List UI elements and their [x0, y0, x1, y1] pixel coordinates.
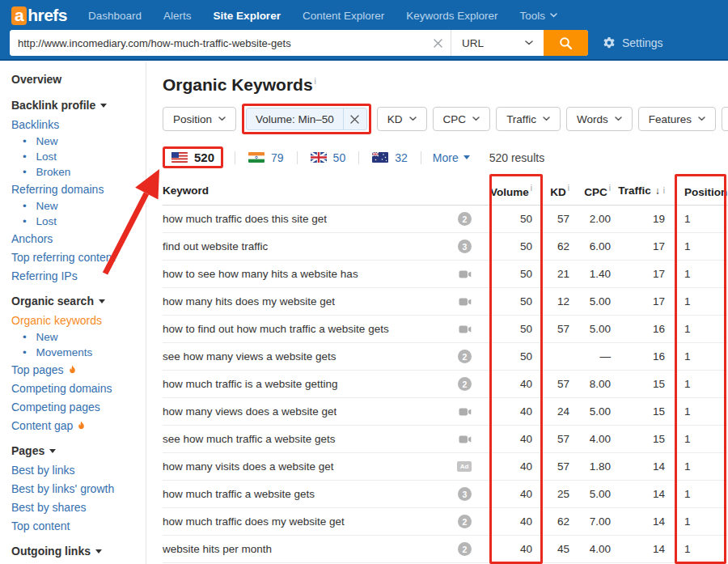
sidebar-item[interactable]: Outgoing links — [11, 541, 146, 561]
sidebar-item[interactable]: Backlink profile — [11, 95, 146, 115]
sidebar-item[interactable]: Pages — [11, 441, 146, 460]
table-row[interactable]: see how much traffic a website gets 40 5… — [163, 426, 728, 453]
sidebar-item[interactable]: Top pages — [11, 360, 146, 379]
col-header-keyword[interactable]: Keyword — [163, 184, 489, 197]
position-cell: 1 — [665, 350, 728, 363]
table-row[interactable]: how much traffic does my website get 2 4… — [163, 508, 728, 536]
clear-input-icon[interactable] — [425, 30, 451, 56]
sidebar-item[interactable]: Top referring content — [11, 248, 146, 266]
sidebar-item[interactable]: Lost — [11, 214, 146, 229]
sidebar-item[interactable]: Organic keywords — [11, 311, 146, 329]
sidebar-item[interactable]: Lost — [11, 149, 146, 164]
sidebar-item[interactable]: Competing domains — [11, 379, 146, 397]
country-tab-au[interactable]: 32 — [367, 151, 413, 164]
sidebar-item[interactable]: Top content — [11, 516, 146, 535]
keyword-cell[interactable]: how much traffic a website gets — [163, 488, 315, 500]
nav-item[interactable]: Tools — [520, 10, 558, 22]
nav-item[interactable]: Alerts — [163, 10, 192, 22]
sidebar-item[interactable]: Organic search — [11, 291, 146, 311]
nav-item[interactable]: Site Explorer — [214, 10, 281, 22]
country-tab-in[interactable]: 79 — [243, 151, 289, 164]
kd-cell: 45 — [544, 543, 569, 555]
nav-item[interactable]: Keywords Explorer — [406, 10, 497, 22]
search-in-results-input[interactable] — [722, 107, 728, 131]
country-tab-us[interactable]: 520 — [167, 151, 219, 164]
keywords-table: Keyword Volumei KDi CPCi Traffic↓i Posit… — [163, 176, 728, 563]
filter-dropdown-button[interactable]: Words — [566, 107, 633, 131]
sidebar-item[interactable]: Backlinks — [11, 115, 146, 134]
traffic-cell: 16 — [611, 323, 665, 335]
caret-down-icon — [95, 549, 102, 553]
sidebar-item[interactable]: Broken — [11, 164, 146, 180]
col-header-volume[interactable]: Volumei — [489, 184, 544, 198]
table-row[interactable]: how much traffic does this site get 2 50… — [163, 206, 728, 233]
search-button[interactable] — [544, 30, 588, 56]
table-row[interactable]: how much traffic is a website getting 2 … — [163, 371, 728, 398]
filter-dropdown-button[interactable]: KD — [377, 107, 427, 131]
col-header-cpc[interactable]: CPCi — [569, 184, 611, 198]
position-filter-button[interactable]: Position — [163, 107, 236, 131]
keyword-cell[interactable]: how much traffic is a website getting — [163, 378, 338, 390]
filter-dropdown-button[interactable]: Features — [638, 107, 716, 131]
country-tabs: 520 79 50 32 More 520 resu — [163, 143, 728, 172]
keyword-cell[interactable]: see how many views a website gets — [163, 350, 336, 363]
position-cell: 1 — [665, 488, 728, 500]
keyword-cell[interactable]: find out website traffic — [163, 240, 268, 252]
nav-item[interactable]: Dashboard — [88, 10, 142, 22]
table-row[interactable]: find out website traffic 3 50 62 6.00 17… — [163, 233, 728, 261]
table-row[interactable]: how much traffic a website gets 3 40 25 … — [163, 481, 728, 508]
col-header-kd[interactable]: KDi — [544, 184, 569, 198]
col-header-position[interactable]: Positioni — [665, 184, 728, 198]
table-row[interactable]: how to see how many hits a website has 5… — [163, 261, 728, 288]
table-row[interactable]: see how many views a website gets 2 50 —… — [163, 343, 728, 371]
nav-item[interactable]: Content Explorer — [303, 10, 384, 22]
table-row[interactable]: how to find out how much traffic a websi… — [163, 316, 728, 343]
info-icon[interactable]: i — [315, 77, 316, 86]
keyword-cell[interactable]: website hits per month — [163, 543, 272, 555]
position-cell: 1 — [665, 323, 728, 335]
search-mode-select[interactable]: URL — [451, 30, 544, 56]
col-header-traffic[interactable]: Traffic↓i — [611, 184, 665, 197]
filter-dropdown-button[interactable]: CPC — [433, 107, 491, 131]
table-row[interactable]: how many views does a website get 40 24 … — [163, 398, 728, 426]
sidebar-item[interactable]: Competing pages — [11, 397, 146, 416]
table-row[interactable]: how many visits does a website get Ad 40… — [163, 453, 728, 481]
sitelinks-count-badge: 3 — [458, 240, 472, 253]
sidebar-item[interactable]: Linked domains — [11, 561, 146, 564]
more-countries-button[interactable]: More — [433, 151, 470, 164]
kd-cell: 57 — [544, 378, 569, 390]
sidebar-item[interactable]: Best by links' growth — [11, 479, 146, 498]
settings-button[interactable]: Settings — [603, 36, 663, 49]
filter-dropdown-button[interactable]: Traffic — [496, 107, 561, 131]
chevron-down-icon — [550, 13, 557, 18]
sidebar-item[interactable]: Best by links — [11, 460, 146, 479]
keyword-cell[interactable]: how much traffic does this site get — [163, 213, 327, 225]
sidebar-item[interactable]: Movements — [11, 345, 146, 360]
sidebar-item[interactable]: Content gap — [11, 416, 146, 435]
keyword-cell[interactable]: how many views does a website get — [163, 405, 336, 418]
table-row[interactable]: how many hits does my website get 50 12 … — [163, 288, 728, 316]
country-tab-gb[interactable]: 50 — [306, 151, 351, 164]
keyword-cell[interactable]: how many hits does my website get — [163, 295, 335, 307]
cpc-cell: 1.40 — [569, 268, 611, 280]
ahrefs-logo[interactable]: a hrefs — [11, 6, 67, 25]
keyword-cell[interactable]: how to see how many hits a website has — [163, 268, 358, 280]
sidebar-item[interactable]: New — [11, 198, 146, 214]
sidebar-item[interactable]: Overview — [11, 70, 146, 89]
sidebar-item[interactable]: New — [11, 329, 146, 345]
volume-filter-chip[interactable]: Volume: Min–50 — [246, 108, 367, 130]
traffic-cell: 15 — [611, 405, 665, 418]
table-row[interactable]: website hits per month 2 40 45 4.00 14 1 — [163, 536, 728, 563]
keyword-cell[interactable]: how much traffic does my website get — [163, 515, 345, 528]
sidebar-item[interactable]: Referring domains — [11, 180, 146, 198]
remove-filter-icon[interactable] — [343, 108, 366, 129]
sidebar-item[interactable]: Best by shares — [11, 498, 146, 516]
sidebar-item[interactable]: Anchors — [11, 229, 146, 248]
sidebar-item[interactable]: New — [11, 134, 146, 149]
keyword-cell[interactable]: how many visits does a website get — [163, 460, 334, 473]
target-url-input[interactable] — [10, 30, 425, 56]
keyword-cell[interactable]: see how much traffic a website gets — [163, 433, 336, 445]
us-flag-icon — [171, 152, 188, 163]
keyword-cell[interactable]: how to find out how much traffic a websi… — [163, 323, 389, 335]
sidebar-item[interactable]: Referring IPs — [11, 266, 146, 285]
